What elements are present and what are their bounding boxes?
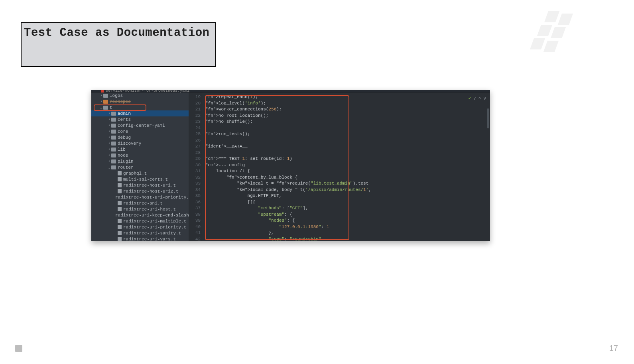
tree-folder[interactable]: ›discovery	[91, 140, 189, 146]
tree-file[interactable]: radixtree-uri-vars.t	[91, 236, 189, 241]
line-number: 32	[189, 175, 202, 181]
tree-item-label: radixtree-host-uri2.t	[123, 189, 179, 194]
tree-file[interactable]: multi-ssl-certs.t	[91, 176, 189, 182]
tree-item-label: lib	[118, 147, 126, 152]
tree-item-label: radixtree-host-uri-priority.t	[115, 195, 189, 200]
tree-folder[interactable]: ⌄router	[91, 164, 189, 170]
tree-folder[interactable]: ›logos	[91, 92, 189, 98]
tree-folder[interactable]: ›admin	[91, 110, 189, 116]
code-line: "fn">repeat_each(1);	[205, 94, 490, 100]
file-icon	[118, 219, 122, 223]
chevron-icon: ⌄	[107, 165, 111, 170]
tree-file[interactable]: radixtree-host-uri-priority.t	[91, 194, 189, 200]
file-icon	[118, 177, 122, 181]
tree-file[interactable]: radixtree-uri-host.t	[91, 206, 189, 212]
chevron-icon: ›	[107, 129, 111, 134]
chevron-icon: ⌄	[99, 105, 103, 110]
folder-icon	[111, 112, 116, 116]
tree-item-label: radixtree-uri-sanity.t	[123, 231, 181, 236]
tree-item-label: router	[118, 165, 134, 170]
tree-file[interactable]: radixtree-host-uri2.t	[91, 188, 189, 194]
file-icon	[118, 171, 122, 175]
code-line: [[{	[205, 199, 490, 206]
code-line: "cm">--- config	[205, 162, 490, 169]
tree-item-label: radixtree-uri-host.t	[123, 207, 176, 212]
line-number: 34	[189, 187, 202, 193]
tree-file[interactable]: radixtree-uri-sanity.t	[91, 230, 189, 236]
line-number: 22	[189, 113, 202, 119]
file-icon	[118, 207, 122, 211]
folder-icon	[111, 136, 116, 140]
line-number: 19	[189, 94, 202, 100]
chevron-icon: ›	[99, 93, 103, 98]
chevron-icon: ›	[107, 153, 111, 157]
tree-file[interactable]: radixtree-sni.t	[91, 200, 189, 206]
tree-folder[interactable]: ›plugin	[91, 158, 189, 164]
tree-folder[interactable]: ›node	[91, 152, 189, 158]
slide-title-box: Test Case as Documentation	[21, 22, 216, 67]
slide-title: Test Case as Documentation	[24, 26, 209, 39]
tree-folder[interactable]: ›rockspec	[91, 98, 189, 104]
code-line: "upstream": {	[205, 212, 490, 218]
chevron-icon: ›	[107, 111, 111, 116]
chevron-icon: ›	[107, 123, 111, 128]
code-line: "type": "roundrobin"	[205, 236, 490, 242]
code-line: "fn">worker_connections(256);	[205, 106, 490, 113]
line-number: 30	[189, 162, 202, 169]
code-content: "fn">repeat_each(1);"fn">log_level('info…	[202, 92, 490, 241]
line-number: 40	[189, 224, 202, 230]
scrollbar-thumb[interactable]	[487, 108, 489, 128]
tree-folder[interactable]: ›core	[91, 128, 189, 134]
tree-item-label: graphql.t	[123, 171, 147, 176]
editor-status-indicators: ✓ 7 ^ v	[469, 96, 486, 101]
chevron-icon: ›	[107, 117, 111, 122]
code-line	[205, 150, 490, 156]
code-area: 1920212223242526272829303132333435363738…	[189, 92, 490, 241]
tree-folder[interactable]: ›config-center-yaml	[91, 122, 189, 128]
tree-file[interactable]: radixtree-uri-priority.t	[91, 224, 189, 230]
code-line: "cm">=== TEST 1: set route(id: 1)	[205, 156, 490, 162]
chevron-icon: ›	[107, 135, 111, 140]
tree-folder[interactable]: ›debug	[91, 134, 189, 140]
brand-logo	[522, 11, 574, 55]
code-line: ngx.HTTP_PUT,	[205, 193, 490, 199]
tree-item-label: radixtree-sni.t	[123, 201, 163, 206]
tree-folder[interactable]: ›certs	[91, 116, 189, 122]
tree-item-label: radixtree-uri-multiple.t	[123, 219, 186, 224]
tree-item-label: admin	[118, 111, 131, 116]
tree-file[interactable]: radixtree-host-uri.t	[91, 182, 189, 188]
line-number-gutter: 1920212223242526272829303132333435363738…	[189, 92, 202, 241]
line-number: 31	[189, 168, 202, 175]
line-number: 28	[189, 150, 202, 156]
line-number: 36	[189, 199, 202, 206]
tab-modified-icon	[101, 90, 104, 92]
tree-item-label: config-center-yaml	[118, 123, 165, 128]
tree-file[interactable]: radixtree-uri-multiple.t	[91, 218, 189, 224]
line-number: 23	[189, 119, 202, 125]
tree-file[interactable]: radixtree-uri-keep-end-slash.t	[91, 212, 189, 218]
file-icon	[118, 189, 122, 193]
file-icon	[118, 183, 122, 187]
line-number: 27	[189, 144, 202, 150]
code-line: location /t {	[205, 168, 490, 175]
code-line: "fn">content_by_lua_block {	[205, 175, 490, 181]
tree-item-label: t	[110, 105, 112, 110]
tree-item-label: radixtree-host-uri.t	[123, 183, 176, 188]
line-number: 29	[189, 156, 202, 162]
tree-item-label: multi-ssl-certs.t	[123, 177, 168, 182]
tree-folder[interactable]: ›lib	[91, 146, 189, 152]
chevron-icon: ›	[107, 141, 111, 146]
tree-file[interactable]: graphql.t	[91, 170, 189, 176]
line-number: 37	[189, 205, 202, 212]
line-number: 26	[189, 138, 202, 144]
file-icon	[118, 237, 122, 241]
folder-icon	[111, 153, 116, 157]
line-number: 39	[189, 218, 202, 224]
chevron-icon: ›	[99, 99, 103, 104]
folder-icon	[111, 142, 116, 146]
line-number: 20	[189, 100, 202, 107]
tree-folder[interactable]: ⌄t	[91, 104, 189, 110]
tree-item-label: discovery	[118, 141, 141, 146]
chevron-icon: ›	[107, 159, 111, 163]
line-number: 33	[189, 181, 202, 187]
